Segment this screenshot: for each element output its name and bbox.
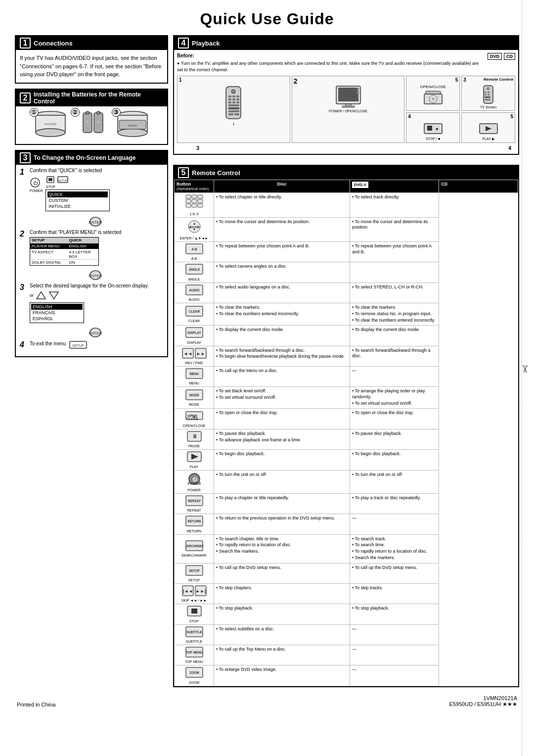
dvd-bullet-11: To advance playback one frame at a time. <box>216 437 348 443</box>
th-button-sub: (Alphabetical order) <box>177 187 212 191</box>
battery-step-1: ① remote <box>32 110 69 140</box>
dvd-bullet-9: To set black level on/off. <box>216 388 348 394</box>
btn-name-label-8: MENU <box>177 381 212 385</box>
lang-english: ENGLISH <box>31 304 83 310</box>
play-svg <box>479 121 498 136</box>
rc-cd-cell-13: To turn the unit on or off. <box>350 470 439 493</box>
svg-text:⏻: ⏻ <box>33 181 38 186</box>
cd-bullet-18: To skip tracks. <box>352 585 437 591</box>
th-disc-label: Disc <box>216 182 348 187</box>
th-button: Button (Alphabetical order) <box>175 180 214 193</box>
lang-step-4-text: To exit the menu <box>30 341 66 346</box>
language-menu: ENGLISH FRANÇAIS ESPAÑOL <box>30 302 84 323</box>
svg-rect-35 <box>236 95 239 97</box>
rc-button-cell-19: STOPSTOP <box>175 604 214 624</box>
enter-btn-2: ENTER <box>89 270 102 281</box>
batteries-images: ① remote ② + <box>16 106 167 144</box>
svg-text:▲: ▲ <box>192 222 196 225</box>
cd-bullet-16: To search time. <box>352 542 437 548</box>
svg-text:REPEAT: REPEAT <box>188 499 201 503</box>
svg-point-52 <box>356 92 359 94</box>
remote-table-row: RETURNRETURNTo return to the previous op… <box>175 514 518 534</box>
svg-rect-44 <box>228 110 239 112</box>
rc-dvd-cell-5: To clear the markers.To clear the number… <box>214 303 350 326</box>
rc-cd-cell-17: To call up the DVD setup menu. <box>350 563 439 583</box>
playback-diagram: 1 <box>177 76 515 143</box>
svg-rect-5 <box>86 111 89 114</box>
pm-header-quick: QUICK <box>69 238 97 242</box>
svg-rect-37 <box>232 98 235 100</box>
dvd-bullet-2: To repeat between your chosen point A an… <box>216 243 348 249</box>
rc-button-cell-15: RETURNRETURN <box>175 514 214 534</box>
rc-cd-cell-4: To select STEREO, L-CH or R-CH. <box>350 283 439 303</box>
rc-dvd-cell-2: To repeat between your chosen point A an… <box>214 241 350 262</box>
btn-name-label-10: OPEN/CLOSE <box>177 424 212 427</box>
rc-button-cell-0: 1-9, 0 <box>175 193 214 217</box>
remote-table-row: STOPSTOPTo stop playback.To stop playbac… <box>175 604 518 624</box>
cd-bullet-13: To turn the unit on or off. <box>352 472 437 478</box>
pb-5a-label: OPEN/CLOSE <box>408 85 458 89</box>
svg-text:SETUP: SETUP <box>73 344 85 347</box>
cd-bullet-19: To stop playback. <box>352 606 437 612</box>
remote-table-row: PLAYTo begin disc playback.To begin disc… <box>175 450 518 470</box>
pb-num-4: 4 <box>408 114 411 119</box>
cd-bullet-4: To select STEREO, L-CH or R-CH. <box>352 284 437 290</box>
dashed-line <box>522 0 522 756</box>
setup-btn: SETUP <box>177 565 212 577</box>
bat-num-1: ① <box>30 108 39 117</box>
svg-text:remote: remote <box>44 122 56 126</box>
th-button-label: Button <box>177 182 212 187</box>
rc-button-cell-13: ⏻POWERPOWER <box>175 470 214 493</box>
btn-name-label-13: POWER <box>177 488 212 492</box>
dvd-bullet-5: To clear the numbers entered incorrectly… <box>216 311 348 317</box>
th-cd-content: CD <box>441 182 516 187</box>
svg-rect-48 <box>338 88 358 101</box>
svg-point-51 <box>356 88 359 91</box>
rc-button-cell-16: SEARCH/MARKSEARCH/MARK <box>175 534 214 563</box>
btn-name-label-3: ANGLE <box>177 278 212 281</box>
cd-bullet-5: To remove status No. in program input. <box>352 311 437 317</box>
rc-dvd-cell-10: To open or close the disc tray. <box>214 409 350 429</box>
dvd-bullet-15: To return to the previous operation in t… <box>216 516 348 521</box>
rc-cd-cell-9: To arrange the playing order or play ran… <box>350 387 439 409</box>
setup-svg: SETUP <box>57 175 69 184</box>
svg-rect-129 <box>191 609 197 614</box>
menu-btn: MENU <box>177 368 212 380</box>
pb-step-2-content: POWER / OPEN/CLOSE <box>294 84 403 113</box>
svg-rect-78 <box>198 204 203 207</box>
svg-rect-39 <box>228 101 231 103</box>
remote-table-row: MODEMODETo set black level on/off.To set… <box>175 387 518 409</box>
subtitle-btn: SUBTITLE <box>177 626 212 639</box>
pm-header: SETUP QUICK <box>30 237 98 243</box>
stop-svg <box>45 175 55 184</box>
remote-table-row: 1-9, 0To select chapter or title directl… <box>175 193 518 217</box>
rc-button-cell-2: A-BA-B <box>175 241 214 262</box>
language-header: 3 To Change the On-Screen Language <box>16 151 167 165</box>
connections-text: If your TV has AUDIO/VIDEO input jacks, … <box>16 50 167 83</box>
remote-table-row: |◄◄►►|SKIP ◄◄ / ►►To skip chapters.To sk… <box>175 583 518 604</box>
dvd-bullet-13: To turn the unit on or off. <box>216 472 348 478</box>
pb-steps-right-top: 5 OPEN/CLOSE <box>406 76 515 111</box>
playback-content: Before: ● Turn on the TV, amplifier and … <box>174 50 518 154</box>
svg-rect-45 <box>228 113 233 115</box>
svg-rect-64 <box>485 99 490 100</box>
content-area: 1 Connections If your TV has AUDIO/VIDEO… <box>15 35 519 687</box>
rc-button-cell-5: CLEARCLEAR <box>175 303 214 326</box>
svg-rect-63 <box>485 96 490 98</box>
rc-cd-cell-7: To search forward/backward through a dis… <box>350 346 439 366</box>
dvd-bullet-11: To pause disc playback. <box>216 431 348 437</box>
lang-step-2-text: Confirm that "PLAYER MENU" is selected <box>30 230 163 235</box>
disc-icons-row: DVD CD <box>488 53 515 60</box>
dvd-bullet-5: To clear the markers. <box>216 305 348 311</box>
remote-table-row: A-BA-BTo repeat between your chosen poin… <box>175 241 518 262</box>
stop-btn: STOP <box>177 606 212 618</box>
svg-text:ZOOM: ZOOM <box>189 671 199 674</box>
pm-tv-aspect: TV ASPECT <box>32 250 69 259</box>
pb-bottom-row: 3 4 <box>177 145 515 151</box>
lang-french: FRANÇAIS <box>31 310 83 316</box>
remote-table-row: ⏻POWERPOWERTo turn the unit on or off.To… <box>175 470 518 493</box>
lang-step-4-content: To exit the menu SETUP <box>30 340 163 349</box>
display-btn: DISPLAY <box>177 327 212 339</box>
btn-name-label-15: RETURN <box>177 529 212 533</box>
svg-point-32 <box>231 90 235 94</box>
